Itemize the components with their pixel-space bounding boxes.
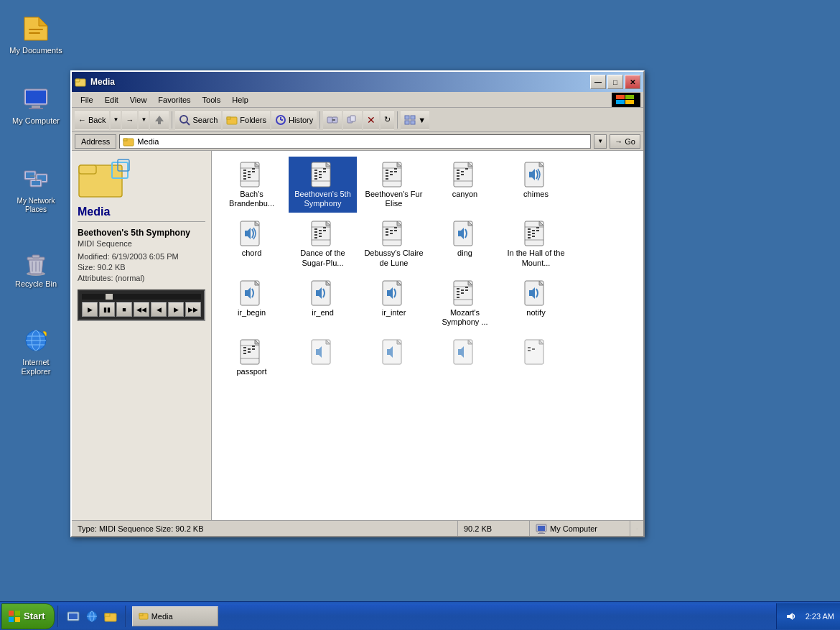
close-button[interactable]: ✕ bbox=[625, 75, 640, 89]
address-input[interactable]: Media bbox=[119, 134, 591, 149]
undo-button[interactable]: ↻ bbox=[381, 110, 394, 130]
start-button[interactable]: Start bbox=[1, 603, 55, 629]
back-dropdown[interactable]: ▼ bbox=[111, 110, 121, 130]
file-item[interactable]: ir_end bbox=[289, 275, 357, 331]
svg-rect-164 bbox=[457, 288, 459, 289]
statusbar-size: 90.2 KB bbox=[458, 521, 530, 536]
speaker-icon bbox=[785, 611, 797, 622]
file-item[interactable]: chord bbox=[218, 216, 286, 272]
desktop-icon-internet-explorer[interactable]: Internet Explorer bbox=[7, 326, 65, 376]
delete-button[interactable]: ✕ bbox=[363, 110, 379, 130]
svg-rect-18 bbox=[32, 255, 39, 258]
prev-track-button[interactable]: ◀◀ bbox=[134, 302, 149, 317]
taskbar-ie-button[interactable] bbox=[83, 608, 101, 625]
file-label: canyon bbox=[452, 190, 477, 199]
forward-button[interactable]: → bbox=[122, 110, 137, 130]
play-button[interactable]: ▶ bbox=[82, 302, 98, 317]
svg-rect-74 bbox=[319, 171, 322, 172]
next-track-button[interactable]: ▶▶ bbox=[185, 302, 201, 317]
move-button[interactable] bbox=[323, 110, 342, 130]
file-item[interactable]: notify bbox=[502, 275, 570, 331]
address-value: Media bbox=[137, 137, 159, 146]
address-dropdown[interactable]: ▼ bbox=[594, 134, 607, 149]
file-item[interactable]: Debussy's Claire de Lune bbox=[360, 216, 428, 272]
file-item-selected[interactable]: Beethoven's 5th Symphony bbox=[289, 157, 357, 213]
back-button[interactable]: ← Back bbox=[75, 110, 109, 130]
go-button[interactable]: → Go bbox=[610, 134, 640, 149]
file-item[interactable] bbox=[360, 334, 428, 381]
window-title-text: Media bbox=[89, 77, 587, 87]
maximize-button[interactable]: □ bbox=[607, 75, 623, 89]
copy-button[interactable] bbox=[343, 110, 362, 130]
svg-rect-180 bbox=[248, 348, 251, 350]
file-item[interactable]: In the Hall of the Mount... bbox=[502, 216, 570, 272]
menu-favorites[interactable]: Favorites bbox=[152, 94, 196, 106]
svg-rect-119 bbox=[319, 233, 322, 234]
svg-marker-222 bbox=[787, 613, 793, 620]
svg-rect-134 bbox=[386, 234, 388, 236]
file-label: In the Hall of the Mount... bbox=[506, 249, 566, 267]
svg-rect-65 bbox=[243, 175, 246, 177]
taskbar-divider-1 bbox=[57, 606, 59, 627]
svg-rect-118 bbox=[314, 231, 317, 233]
midi-file-icon bbox=[522, 220, 551, 249]
folders-button[interactable]: Folders bbox=[223, 110, 270, 130]
menu-help[interactable]: Help bbox=[226, 94, 254, 106]
svg-rect-104 bbox=[457, 178, 459, 180]
file-item[interactable] bbox=[431, 334, 499, 381]
up-button[interactable] bbox=[150, 110, 169, 130]
svg-rect-31 bbox=[616, 100, 625, 104]
stop-button[interactable]: ■ bbox=[116, 302, 132, 317]
svg-rect-182 bbox=[243, 350, 246, 351]
svg-rect-61 bbox=[252, 168, 255, 170]
taskbar-folder-button[interactable] bbox=[102, 608, 119, 625]
forward-dropdown[interactable]: ▼ bbox=[139, 110, 149, 130]
selected-file-type: MIDI Sequence bbox=[78, 239, 205, 248]
file-label: Mozart's Symphony ... bbox=[435, 308, 495, 327]
svg-rect-168 bbox=[461, 292, 464, 294]
file-item[interactable]: ir_begin bbox=[218, 275, 286, 331]
menu-view[interactable]: View bbox=[124, 94, 153, 106]
file-item[interactable] bbox=[502, 334, 570, 381]
desktop-icon-recycle-bin[interactable]: Recycle Bin bbox=[7, 248, 65, 289]
svg-rect-53 bbox=[79, 165, 96, 174]
menu-file[interactable]: File bbox=[75, 94, 99, 106]
clock: 2:23 AM bbox=[806, 612, 834, 621]
file-item[interactable]: Mozart's Symphony ... bbox=[431, 275, 499, 331]
pause-button[interactable]: ▮▮ bbox=[99, 302, 115, 317]
file-label: ir_inter bbox=[382, 308, 406, 318]
media-player: ▶ ▮▮ ■ ◀◀ ◀ ▶ ▶▶ bbox=[78, 289, 205, 321]
volume-icon[interactable] bbox=[783, 608, 800, 625]
minimize-button[interactable]: — bbox=[590, 75, 606, 89]
desktop-icon-my-documents[interactable]: My Documents bbox=[7, 14, 65, 55]
file-item[interactable]: canyon bbox=[431, 157, 499, 213]
file-item[interactable]: Dance of the Sugar-Plu... bbox=[289, 216, 357, 272]
desktop-icon-recycle-bin-label: Recycle Bin bbox=[15, 279, 57, 289]
desktop-icon-my-computer[interactable]: My Computer bbox=[7, 85, 65, 126]
toolbar-separator-2 bbox=[319, 111, 320, 129]
file-item[interactable]: Bach's Brandenbu... bbox=[218, 157, 286, 213]
fast-forward-button[interactable]: ▶ bbox=[168, 302, 184, 317]
svg-rect-146 bbox=[532, 233, 535, 234]
file-item[interactable]: passport bbox=[218, 334, 286, 381]
desktop-icon-my-network-places[interactable]: My Network Places bbox=[7, 165, 65, 214]
taskbar-window-media-button[interactable]: Media bbox=[132, 606, 218, 626]
file-item[interactable] bbox=[289, 334, 357, 381]
file-item[interactable]: ir_inter bbox=[360, 275, 428, 331]
menu-edit[interactable]: Edit bbox=[99, 94, 124, 106]
player-track[interactable] bbox=[82, 294, 201, 300]
svg-rect-28 bbox=[75, 79, 80, 82]
search-button[interactable]: Search bbox=[175, 110, 221, 130]
file-label: ding bbox=[457, 249, 472, 258]
file-item[interactable]: Beethoven's Fur Elise bbox=[360, 157, 428, 213]
attributes-label: Attributes: (normal) bbox=[78, 274, 205, 282]
file-item[interactable]: ding bbox=[431, 216, 499, 272]
rewind-button[interactable]: ◀ bbox=[151, 302, 167, 317]
player-thumb[interactable] bbox=[106, 294, 113, 300]
history-button[interactable]: History bbox=[271, 110, 317, 130]
svg-rect-93 bbox=[386, 178, 388, 180]
file-item[interactable]: chimes bbox=[502, 157, 570, 213]
menu-tools[interactable]: Tools bbox=[197, 94, 227, 106]
taskbar-show-desktop-button[interactable] bbox=[65, 608, 82, 625]
views-button[interactable]: ▼ bbox=[401, 110, 429, 130]
